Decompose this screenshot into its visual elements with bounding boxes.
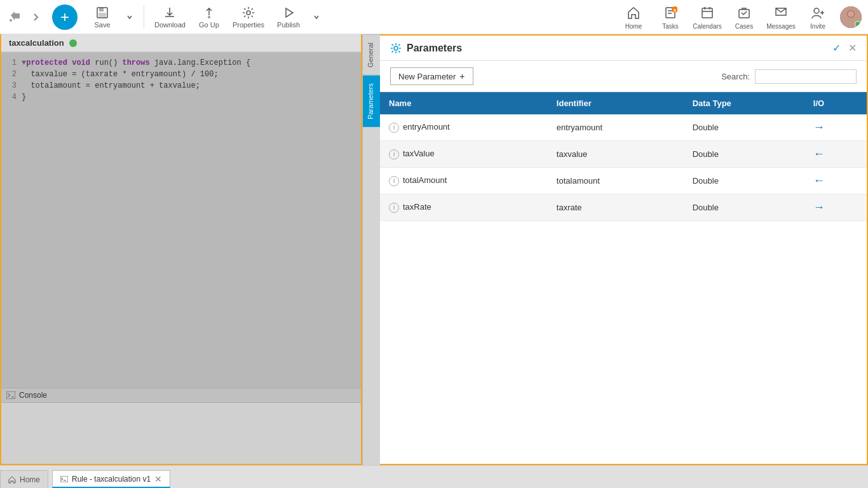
console-header: Console — [1, 388, 361, 403]
param-datatype-cell: Double — [684, 168, 804, 194]
toolbar-left: + Save Download — [6, 3, 619, 31]
nav-messages[interactable]: Messages — [766, 4, 796, 30]
save-button[interactable]: Save — [86, 3, 118, 31]
console-panel: Console — [1, 388, 361, 464]
editor-header: taxcalculation — [1, 34, 361, 52]
editor-title: taxcalculation — [9, 38, 64, 48]
bottom-tabs: Home Rule - taxcalculation v1 ✕ — [0, 465, 868, 488]
col-identifier: Identifier — [548, 92, 684, 114]
tab-general[interactable]: General — [363, 34, 380, 75]
divider1 — [144, 6, 144, 29]
param-info-icon[interactable]: i — [389, 203, 399, 213]
svg-marker-6 — [286, 8, 293, 17]
nav-cases[interactable]: Cases — [729, 4, 759, 30]
table-row[interactable]: ientryAmountentryamountDouble→ — [380, 114, 867, 141]
tab-parameters[interactable]: Parameters — [363, 75, 380, 127]
param-identifier-cell: taxvalue — [548, 141, 684, 168]
home-tab-icon — [8, 476, 16, 484]
table-row[interactable]: itaxValuetaxvalueDouble← — [380, 141, 867, 168]
svg-rect-3 — [98, 13, 106, 17]
go-up-button[interactable]: Go Up — [193, 3, 225, 31]
param-io-cell: ← — [804, 168, 867, 194]
parameters-data-table: Name Identifier Data Type I/O ientryAmou… — [380, 92, 867, 221]
svg-point-17 — [394, 46, 398, 50]
col-datatype: Data Type — [684, 92, 804, 114]
param-name-cell: itotalAmount — [380, 168, 548, 194]
code-line-3: 3 totalamount = entryamount + taxvalue; — [4, 80, 358, 92]
params-header-actions: ✓ ✕ — [832, 42, 857, 54]
param-identifier-cell: taxrate — [548, 194, 684, 221]
nav-calendars[interactable]: Calendars — [693, 4, 722, 30]
param-datatype-cell: Double — [684, 141, 804, 168]
params-panel-header: Parameters ✓ ✕ — [380, 36, 867, 61]
svg-point-15 — [848, 11, 854, 17]
editor-status-dot — [69, 39, 77, 47]
param-name-cell: itaxRate — [380, 194, 548, 221]
code-line-1: 1 ▼ protected void run() throws java.lan… — [4, 57, 358, 69]
param-datatype-cell: Double — [684, 114, 804, 141]
table-body: ientryAmountentryamountDouble→itaxValuet… — [380, 114, 867, 221]
parameters-panel: Parameters ✓ ✕ New Parameter + Search: N… — [380, 34, 868, 465]
user-avatar[interactable] — [840, 6, 862, 28]
params-toolbar: New Parameter + Search: — [380, 61, 867, 92]
param-info-icon[interactable]: i — [389, 176, 399, 186]
table-header-row: Name Identifier Data Type I/O — [380, 92, 867, 114]
param-info-icon[interactable]: i — [389, 123, 399, 133]
forward-nav-icon[interactable] — [27, 8, 44, 26]
search-input[interactable] — [755, 69, 857, 84]
close-params-button[interactable]: ✕ — [848, 42, 857, 54]
publish-dropdown-icon[interactable] — [308, 8, 325, 26]
console-label: Console — [19, 391, 47, 400]
side-tabs: General Parameters — [362, 34, 380, 465]
param-io-cell: → — [804, 114, 867, 141]
nav-invite[interactable]: Invite — [803, 4, 832, 30]
param-identifier-cell: totalamount — [548, 168, 684, 194]
param-io-cell: → — [804, 194, 867, 221]
param-name-cell: ientryAmount — [380, 114, 548, 141]
svg-rect-18 — [60, 476, 68, 482]
params-title: Parameters — [390, 43, 462, 54]
table-header: Name Identifier Data Type I/O — [380, 92, 867, 114]
params-table: Name Identifier Data Type I/O ientryAmou… — [380, 92, 867, 464]
svg-rect-16 — [6, 391, 15, 399]
add-button[interactable]: + — [52, 4, 78, 30]
svg-rect-2 — [99, 8, 104, 11]
nav-tasks[interactable]: 9 Tasks — [656, 4, 685, 30]
col-name: Name — [380, 92, 548, 114]
svg-point-12 — [814, 8, 819, 13]
bottom-tab-rule[interactable]: Rule - taxcalculation v1 ✕ — [52, 470, 170, 488]
properties-button[interactable]: Properties — [227, 3, 269, 31]
search-row: Search: — [721, 69, 857, 84]
main-area: taxcalculation 1 ▼ protected void run() … — [0, 34, 868, 465]
col-io: I/O — [804, 92, 867, 114]
param-datatype-cell: Double — [684, 194, 804, 221]
param-name-cell: itaxValue — [380, 141, 548, 168]
online-status-indicator — [855, 21, 861, 27]
svg-text:9: 9 — [674, 8, 676, 13]
svg-point-0 — [10, 19, 12, 22]
param-identifier-cell: entryamount — [548, 114, 684, 141]
editor-panel: taxcalculation 1 ▼ protected void run() … — [0, 34, 362, 465]
top-toolbar: + Save Download — [0, 0, 868, 34]
param-info-icon[interactable]: i — [389, 149, 399, 159]
publish-button[interactable]: Publish — [272, 3, 305, 31]
download-button[interactable]: Download — [149, 3, 191, 31]
svg-point-5 — [247, 11, 250, 15]
table-row[interactable]: itotalAmounttotalamountDouble← — [380, 168, 867, 194]
svg-rect-10 — [702, 8, 712, 18]
gear-icon — [390, 43, 402, 54]
new-parameter-button[interactable]: New Parameter + — [390, 67, 473, 85]
save-dropdown-icon[interactable] — [121, 8, 139, 26]
back-nav-icon[interactable] — [6, 8, 24, 26]
svg-point-4 — [208, 16, 210, 18]
param-io-cell: ← — [804, 141, 867, 168]
bottom-tab-home[interactable]: Home — [0, 470, 48, 488]
confirm-button[interactable]: ✓ — [832, 42, 841, 54]
code-editor[interactable]: 1 ▼ protected void run() throws java.lan… — [1, 52, 361, 388]
table-row[interactable]: itaxRatetaxrateDouble→ — [380, 194, 867, 221]
nav-home[interactable]: Home — [619, 4, 648, 30]
close-rule-tab-button[interactable]: ✕ — [154, 474, 162, 484]
code-line-4: 4 } — [4, 92, 358, 103]
toolbar-right: Home 9 Tasks Calendars — [619, 4, 862, 30]
rule-tab-icon — [60, 476, 68, 482]
